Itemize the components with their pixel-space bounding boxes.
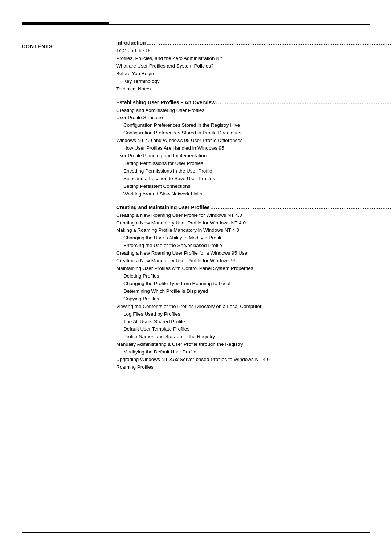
toc-item: Selecting a Location to Save User Profil… (116, 175, 392, 183)
toc-item: Viewing the Contents of the Profiles Dir… (116, 303, 392, 311)
toc-item: Copying Profiles (116, 295, 392, 303)
section-dots-creating: ........................................… (211, 204, 392, 210)
toc-item: Determining Which Profile Is Displayed (116, 288, 392, 295)
toc-section-introduction: Introduction............................… (116, 40, 392, 93)
toc-item: Encoding Permissions in the User Profile (116, 167, 392, 175)
toc-item: Upgrading Windows NT 3.5x Server-based P… (116, 356, 392, 364)
toc-item: Setting Permissions for User Profiles (116, 160, 392, 167)
toc-item: Profile Names and Storage in the Registr… (116, 333, 392, 341)
toc-item: What are User Profiles and System Polici… (116, 62, 392, 70)
contents-label: CONTENTS (22, 44, 53, 49)
toc-item: Modifying the Default User Profile (116, 348, 392, 356)
bottom-bar (22, 532, 370, 533)
toc-item: User Profile Planning and Implementation (116, 152, 392, 160)
toc-item: Key Terminology (116, 78, 392, 85)
toc-item: TCO and the User (116, 47, 392, 55)
top-bar-thick (22, 22, 109, 25)
toc-item: Changing the Profile Type from Roaming t… (116, 280, 392, 288)
section-dots-establishing: ........................................… (216, 100, 392, 105)
toc-item: Changing the User’s Ability to Modify a … (116, 234, 392, 242)
toc-section-creating: Creating and Maintaining User Profiles..… (116, 204, 392, 371)
sidebar: CONTENTS (22, 36, 109, 526)
toc-item: Log Files Used by Profiles (116, 311, 392, 318)
top-bar-thin (109, 24, 370, 25)
toc-item: Deleting Profiles (116, 272, 392, 280)
toc-item: Technical Notes (116, 85, 392, 93)
section-heading-text-introduction: Introduction (116, 40, 146, 46)
section-heading-creating: Creating and Maintaining User Profiles..… (116, 204, 392, 210)
toc-item: Manually Administering a User Profile th… (116, 341, 392, 348)
toc-item: Creating a New Mandatory User Profile fo… (116, 257, 392, 265)
toc-item: Windows NT 4.0 and Windows 95 User Profi… (116, 137, 392, 145)
main-content: Introduction............................… (109, 36, 392, 526)
toc-item: How User Profiles Are Handled in Windows… (116, 145, 392, 152)
toc-item: Enforcing the Use of the Server-based Pr… (116, 242, 392, 250)
toc-section-items-establishing: Creating and Administering User Profiles… (116, 107, 392, 198)
toc-item: Creating a New Roaming User Profile for … (116, 250, 392, 257)
section-heading-establishing: Establishing User Profiles – An Overview… (116, 100, 392, 105)
toc-item: Default User Template Profiles (116, 325, 392, 333)
toc-item: Profiles, Policies, and the Zero Adminis… (116, 55, 392, 62)
toc-item: Creating a New Roaming User Profile for … (116, 212, 392, 219)
section-heading-introduction: Introduction............................… (116, 40, 392, 46)
toc-item: Before You Begin (116, 70, 392, 78)
section-heading-text-establishing: Establishing User Profiles – An Overview (116, 100, 215, 105)
toc-item: Setting Persistent Connections (116, 183, 392, 190)
toc-item: Configuration Preferences Stored in the … (116, 122, 392, 129)
content-area: CONTENTS Introduction...................… (22, 36, 370, 526)
page: CONTENTS Introduction...................… (0, 0, 392, 555)
toc-item: Roaming Profiles (116, 364, 392, 371)
toc-item: Making a Roaming Profile Mandatory in Wi… (116, 227, 392, 234)
toc-item: Configuration Preferences Stored in Prof… (116, 129, 392, 137)
section-dots-introduction: ........................................… (147, 40, 392, 46)
toc-item: The All Users Shared Profile (116, 318, 392, 326)
toc-item: User Profile Structure (116, 114, 392, 122)
toc-item: Creating and Administering User Profiles (116, 107, 392, 114)
top-bar (22, 22, 370, 25)
section-heading-text-creating: Creating and Maintaining User Profiles (116, 204, 210, 210)
toc-item: Working Around Slow Network Links (116, 190, 392, 198)
toc-section-items-introduction: TCO and the UserProfiles, Policies, and … (116, 47, 392, 93)
toc-item: Maintaining User Profiles with Control P… (116, 265, 392, 272)
toc-section-items-creating: Creating a New Roaming User Profile for … (116, 212, 392, 371)
toc-item: Creating a New Mandatory User Profile fo… (116, 219, 392, 227)
toc-section-establishing: Establishing User Profiles – An Overview… (116, 100, 392, 198)
